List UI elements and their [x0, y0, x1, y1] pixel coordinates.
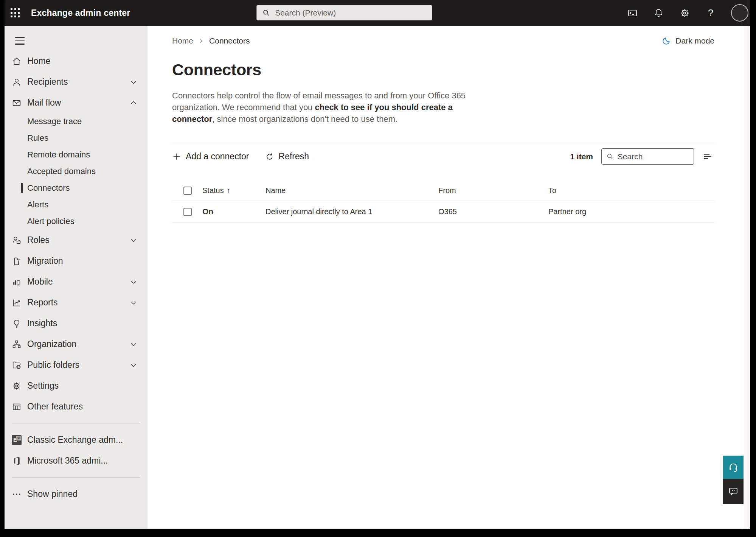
help-button[interactable]: ?: [705, 7, 716, 19]
settings-button[interactable]: [679, 7, 690, 19]
terminal-icon: [627, 8, 638, 18]
column-header-to[interactable]: To: [548, 186, 714, 195]
global-search-box[interactable]: [256, 5, 432, 20]
classic-exchange-logo-icon: E✕: [11, 435, 22, 445]
home-icon: [11, 56, 22, 67]
sidebar-item-public-folders[interactable]: Public folders: [5, 355, 147, 375]
gear-icon: [680, 8, 690, 18]
notifications-button[interactable]: [653, 7, 664, 19]
cloud-shell-button[interactable]: [627, 7, 638, 19]
breadcrumb: Home Connectors Dark mode: [172, 26, 714, 45]
topbar-actions: ?: [627, 4, 750, 22]
app-title: Exchange admin center: [31, 8, 130, 18]
page-description: Connectors help control the flow of emai…: [172, 90, 489, 125]
lightbulb-icon: [11, 318, 22, 329]
account-avatar[interactable]: [731, 4, 748, 22]
table-header-row: Status↑ Name From To: [172, 181, 714, 201]
breadcrumb-home-link[interactable]: Home: [172, 36, 193, 45]
bell-icon: [654, 8, 664, 18]
sidebar-item-reports[interactable]: Reports: [5, 292, 147, 313]
column-header-name[interactable]: Name: [265, 186, 438, 195]
sidebar-item-microsoft-365[interactable]: Microsoft 365 admi...: [5, 450, 147, 471]
global-search-input[interactable]: [275, 8, 427, 17]
page-title: Connectors: [172, 61, 714, 79]
envelope-icon: [11, 98, 22, 108]
support-button[interactable]: [723, 456, 744, 479]
app-window: Exchange admin center: [0, 0, 756, 537]
row-name: Deliver journal directly to Area 1: [265, 207, 438, 216]
sidebar-item-settings[interactable]: Settings: [5, 375, 147, 396]
sidebar-item-remote-domains[interactable]: Remote domains: [5, 146, 147, 163]
search-icon: [606, 152, 614, 161]
filter-lines-icon: [702, 151, 713, 162]
main-content: Home Connectors Dark mode Connectors Con…: [147, 26, 744, 529]
sidebar-item-rules[interactable]: Rules: [5, 130, 147, 146]
breadcrumb-current: Connectors: [209, 36, 250, 45]
list-search-box[interactable]: [601, 148, 694, 165]
folder-globe-icon: [11, 360, 22, 370]
helper-buttons: [723, 456, 744, 504]
nav-collapse-button[interactable]: [12, 33, 27, 48]
filter-button[interactable]: [701, 150, 714, 163]
refresh-button[interactable]: Refresh: [265, 151, 309, 162]
row-status: On: [202, 207, 265, 216]
item-count: 1 item: [570, 152, 593, 161]
list-search-input[interactable]: [618, 152, 689, 161]
sidebar-item-migration[interactable]: Migration: [5, 251, 147, 271]
refresh-icon: [265, 152, 274, 161]
chevron-down-icon: [129, 361, 138, 369]
microsoft-365-logo-icon: [11, 456, 22, 466]
sidebar-item-alert-policies[interactable]: Alert policies: [5, 213, 147, 230]
sidebar-item-insights[interactable]: Insights: [5, 313, 147, 334]
feedback-bubble-icon: [728, 486, 739, 497]
sidebar-item-connectors[interactable]: Connectors: [5, 180, 147, 196]
sidebar-item-home[interactable]: Home: [5, 51, 147, 72]
sidebar-item-organization[interactable]: Organization: [5, 334, 147, 355]
dark-mode-toggle[interactable]: Dark mode: [662, 36, 714, 45]
migration-document-icon: [11, 256, 22, 266]
row-from: O365: [438, 207, 548, 216]
sidebar-item-recipients[interactable]: Recipients: [5, 72, 147, 92]
chevron-up-icon: [129, 99, 138, 107]
sort-ascending-icon: ↑: [227, 187, 231, 195]
sidebar-item-roles[interactable]: Roles: [5, 230, 147, 251]
hamburger-icon: [15, 37, 25, 44]
row-checkbox[interactable]: [183, 208, 192, 216]
sidebar-item-alerts[interactable]: Alerts: [5, 196, 147, 213]
org-chart-icon: [11, 339, 22, 350]
app-launcher-button[interactable]: [5, 0, 26, 26]
person-briefcase-icon: [11, 235, 22, 246]
sidebar-item-show-pinned[interactable]: Show pinned: [5, 484, 147, 504]
add-connector-button[interactable]: Add a connector: [172, 151, 249, 162]
moon-icon: [662, 36, 671, 45]
sidebar-item-message-trace[interactable]: Message trace: [5, 113, 147, 130]
mobile-stats-icon: [11, 277, 22, 287]
question-mark-icon: ?: [708, 7, 713, 19]
headset-icon: [728, 462, 739, 473]
column-header-status[interactable]: Status↑: [202, 186, 265, 195]
sidebar-item-accepted-domains[interactable]: Accepted domains: [5, 163, 147, 180]
table-grid-icon: [11, 402, 22, 412]
chevron-down-icon: [129, 340, 138, 349]
list-toolbar: Add a connector Refresh 1 item: [172, 144, 714, 169]
plus-icon: [172, 152, 181, 161]
chevron-down-icon: [129, 236, 138, 244]
sidebar-divider: [12, 423, 140, 423]
select-all-checkbox[interactable]: [183, 187, 192, 195]
chevron-down-icon: [129, 299, 138, 307]
sidebar-item-mobile[interactable]: Mobile: [5, 271, 147, 292]
feedback-button[interactable]: [723, 479, 744, 504]
chevron-down-icon: [129, 78, 138, 86]
column-header-from[interactable]: From: [438, 186, 548, 195]
chevron-down-icon: [129, 278, 138, 286]
sidebar-item-classic-exchange[interactable]: E✕ Classic Exchange adm...: [5, 430, 147, 450]
sidebar-item-other-features[interactable]: Other features: [5, 396, 147, 417]
top-bar: Exchange admin center: [5, 0, 750, 26]
table-row[interactable]: On Deliver journal directly to Area 1 O3…: [172, 201, 714, 223]
scrollbar-track[interactable]: [744, 26, 750, 529]
sidebar-item-mail-flow[interactable]: Mail flow: [5, 92, 147, 113]
left-nav: Home Recipients Mail flow: [5, 26, 147, 529]
waffle-icon: [11, 8, 20, 17]
breadcrumb-chevron-icon: [198, 37, 205, 44]
dark-mode-label: Dark mode: [675, 36, 714, 45]
